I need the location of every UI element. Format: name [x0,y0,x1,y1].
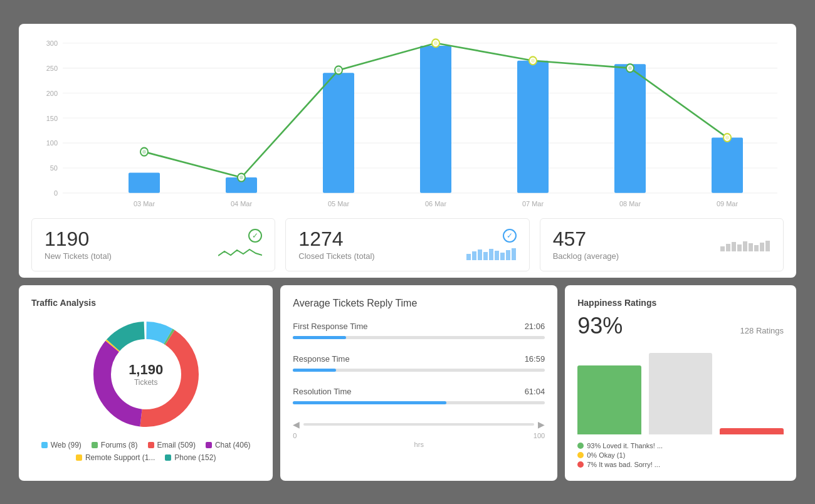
svg-text:09 Mar: 09 Mar [717,200,738,207]
svg-text:08 Mar: 08 Mar [619,200,641,207]
legend-label-web: Web (99) [51,441,82,449]
svg-text:03 Mar: 03 Mar [134,200,155,207]
slider-min-label: 0 [293,432,297,439]
new-tickets-label: New Tickets (total) [45,251,112,261]
hleg-label-bad: 7% It was bad. Sorry! ... [587,461,660,468]
response-time-bar-bg [293,369,545,372]
new-tickets-value: 1190 [45,229,112,249]
legend-phone: Phone (152) [165,453,216,462]
svg-rect-30 [478,249,482,260]
happiness-title: Happiness Ratings [577,298,784,308]
svg-point-19 [628,66,632,70]
legend-remote: Remote Support (1... [76,453,155,462]
response-time-bar-fill [293,369,335,372]
svg-text:07 Mar: 07 Mar [522,200,544,207]
slider-max-label: 100 [534,432,545,439]
svg-text:0: 0 [54,189,58,196]
svg-rect-29 [472,251,476,260]
slider-bg [303,423,534,426]
bar-03mar [129,172,160,192]
donut-container: 1,190 Tickets [31,318,260,431]
stats-row: 1190 New Tickets (total) ✓ 1274 Closed T… [31,218,784,271]
legend-forums: Forums (8) [92,441,138,449]
svg-rect-43 [754,245,759,251]
resolution-time-item: Resolution Time 61:04 [293,387,545,404]
response-time-value: 16:59 [525,354,545,364]
response-time-label: Response Time [293,354,349,364]
svg-rect-42 [749,243,753,251]
bar-09mar [712,137,743,192]
traffic-card: Traffic Analysis [19,285,273,481]
hbar-col-green [577,364,641,434]
slider-left-arrow[interactable]: ◀ [293,419,300,429]
happiness-ratings-count: 128 Ratings [740,326,784,335]
svg-text:300: 300 [46,39,58,46]
happiness-card: Happiness Ratings 93% 128 Ratings [565,285,796,481]
traffic-legend: Web (99) Forums (8) Email (509) Chat (40… [31,441,260,462]
wave-chart [218,246,262,260]
check-blue-icon: ✓ [503,229,517,243]
hleg-label-loved: 93% Loved it. Thanks! ... [587,442,663,449]
hleg-label-okay: 0% Okay (1) [587,451,625,459]
backlog-label: Backlog (average) [553,251,619,261]
first-response-value: 21:06 [525,322,545,331]
first-response-bar-fill [293,336,345,339]
backlog-mini-chart [720,238,770,251]
traffic-title: Traffic Analysis [31,298,260,308]
svg-rect-38 [726,244,730,251]
stat-closed-tickets: 1274 Closed Tickets (total) ✓ [285,218,529,271]
svg-text:05 Mar: 05 Mar [328,200,349,207]
hleg-dot-okay [577,452,584,458]
main-chart-svg: 300 250 200 150 100 50 0 [31,36,784,212]
slider-right-arrow[interactable]: ▶ [538,419,545,429]
legend-chat: Chat (406) [206,441,251,449]
svg-text:100: 100 [46,139,58,147]
main-chart-area: 300 250 200 150 100 50 0 [31,36,784,212]
svg-rect-40 [737,244,742,251]
legend-label-email: Email (509) [157,441,196,449]
legend-dot-phone [165,454,171,461]
resolution-time-label: Resolution Time [293,387,351,396]
dashboard: 300 250 200 150 100 50 0 [19,24,796,481]
happiness-pct: 93% [577,313,623,339]
resolution-time-bar-bg [293,401,545,404]
svg-rect-35 [506,250,510,260]
svg-text:50: 50 [50,164,58,171]
donut-total-label: Tickets [129,378,163,387]
svg-rect-33 [495,251,499,260]
svg-text:150: 150 [46,114,58,122]
happiness-legend: 93% Loved it. Thanks! ... 0% Okay (1) 7%… [577,442,784,468]
svg-point-17 [434,41,438,45]
svg-rect-34 [500,253,505,260]
bar-05mar [323,73,354,193]
svg-rect-45 [765,241,770,251]
legend-email: Email (509) [148,441,196,449]
hbar-gray [649,353,713,434]
hleg-dot-loved [577,443,584,449]
slider-track[interactable]: ◀ ▶ [293,419,545,429]
svg-point-15 [239,175,243,179]
closed-tickets-label: Closed Tickets (total) [298,251,374,261]
hbar-col-gray [649,352,713,434]
legend-dot-email [148,442,154,448]
svg-rect-44 [760,243,764,251]
hleg-dot-bad [577,461,584,468]
check-green-icon: ✓ [248,229,262,243]
bar-06mar [420,46,451,193]
legend-dot-forums [92,442,98,448]
legend-label-chat: Chat (406) [215,441,251,449]
stat-backlog: 457 Backlog (average) [540,218,784,271]
hleg-loved: 93% Loved it. Thanks! ... [577,442,784,449]
legend-web: Web (99) [41,441,82,449]
hbar-green [577,365,641,434]
svg-text:04 Mar: 04 Mar [231,200,252,207]
reply-time-title: Average Tickets Reply Time [293,298,545,309]
happiness-bars [577,347,784,434]
legend-label-remote: Remote Support (1... [85,453,155,462]
first-response-bar-bg [293,336,545,339]
resolution-time-bar-fill [293,401,446,404]
legend-dot-chat [206,442,212,448]
hbar-red [720,428,784,434]
first-response-item: First Response Time 21:06 [293,322,545,339]
svg-rect-37 [720,246,725,251]
